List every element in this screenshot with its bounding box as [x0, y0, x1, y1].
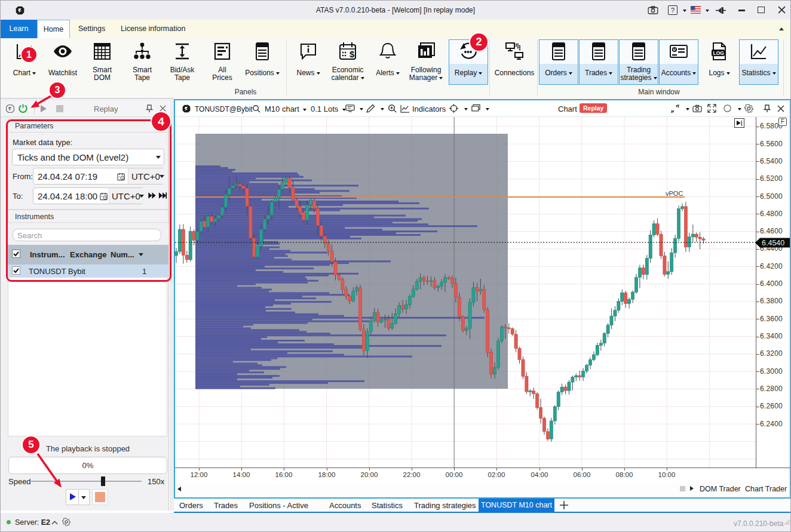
svg-text:6.4540: 6.4540 [762, 239, 784, 247]
